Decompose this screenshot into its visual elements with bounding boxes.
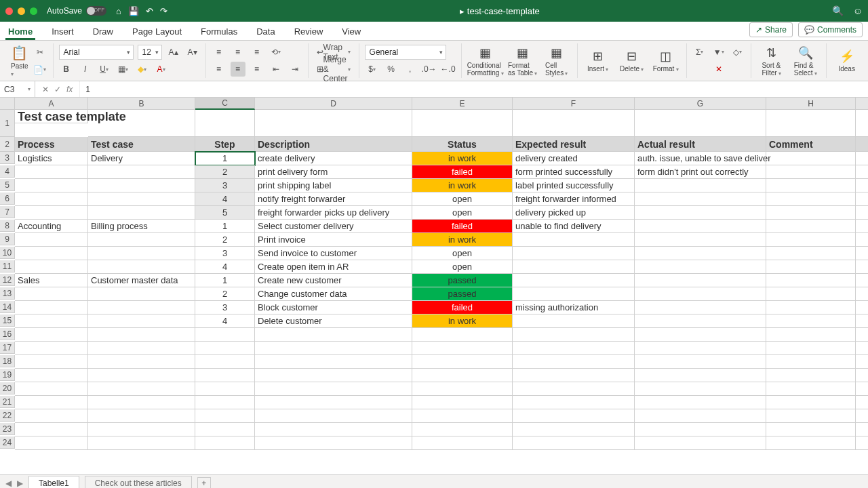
cell[interactable]: failed [412, 220, 513, 233]
cell[interactable] [766, 369, 856, 382]
column-header-D[interactable]: D [255, 98, 412, 110]
cell[interactable]: Create new customer [255, 274, 412, 287]
row-header-3[interactable]: 3 [0, 152, 15, 164]
table-header[interactable]: Actual result [635, 137, 766, 152]
cell[interactable] [88, 314, 195, 328]
cell[interactable] [635, 179, 766, 192]
cell[interactable] [513, 423, 635, 436]
align-middle-icon[interactable]: ≡ [231, 45, 245, 60]
cell[interactable]: Customer master data [88, 274, 195, 287]
row-header-18[interactable]: 18 [0, 355, 15, 367]
row-header-6[interactable]: 6 [0, 192, 15, 205]
cell[interactable] [88, 423, 195, 436]
align-right-icon[interactable]: ≡ [250, 62, 264, 77]
cell[interactable] [635, 355, 766, 369]
column-header-H[interactable]: H [766, 98, 856, 110]
cell[interactable] [255, 355, 412, 369]
cell[interactable] [88, 233, 195, 247]
cell[interactable] [766, 328, 856, 342]
row-header-20[interactable]: 20 [0, 382, 15, 394]
cell[interactable] [15, 369, 88, 382]
decrease-font-icon[interactable]: A▾ [185, 45, 200, 60]
column-header-overflow[interactable] [856, 98, 868, 110]
cell[interactable]: 2 [195, 233, 255, 247]
share-button[interactable]: ↗Share [749, 22, 793, 37]
cell[interactable]: 1 [195, 274, 255, 287]
cell[interactable]: missing authorization [513, 301, 635, 314]
cell[interactable] [513, 355, 635, 369]
align-bottom-icon[interactable]: ≡ [250, 45, 264, 60]
autosum-icon[interactable]: Σ [692, 45, 707, 60]
table-header[interactable]: Process [15, 137, 88, 152]
column-header-G[interactable]: G [635, 98, 766, 110]
cell[interactable]: 5 [195, 206, 255, 220]
row-header-9[interactable]: 9 [0, 233, 15, 245]
cell[interactable] [635, 328, 766, 342]
cell[interactable] [15, 247, 88, 260]
cell[interactable] [195, 436, 255, 450]
cell[interactable] [635, 192, 766, 206]
font-family-select[interactable]: Arial [59, 45, 134, 60]
cell[interactable]: auth. issue, unable to save deliver [635, 152, 766, 165]
cell[interactable] [856, 110, 868, 137]
cell[interactable]: create delivery [255, 152, 412, 165]
table-header[interactable]: Status [412, 137, 513, 152]
cell[interactable] [195, 423, 255, 436]
cell[interactable] [195, 110, 255, 137]
cell[interactable]: Change customer data [255, 287, 412, 301]
cell[interactable]: 4 [195, 314, 255, 328]
cell[interactable] [766, 192, 856, 206]
editing-xmark-icon[interactable]: ✕ [711, 62, 726, 77]
row-header-19[interactable]: 19 [0, 369, 15, 381]
cell[interactable] [88, 301, 195, 314]
cell[interactable] [88, 287, 195, 301]
tab-view[interactable]: View [339, 23, 363, 40]
cell[interactable] [856, 342, 868, 355]
font-color-button[interactable]: A [154, 62, 169, 77]
cell[interactable] [513, 409, 635, 423]
cell[interactable] [15, 206, 88, 220]
cell[interactable] [856, 233, 868, 247]
column-header-E[interactable]: E [412, 98, 513, 110]
conditional-formatting-button[interactable]: ▦Conditional Formatting [467, 45, 504, 77]
cell[interactable] [88, 206, 195, 220]
row-header-22[interactable]: 22 [0, 409, 15, 422]
cell[interactable] [88, 369, 195, 382]
account-icon[interactable]: ☺ [853, 5, 863, 16]
cell[interactable] [88, 342, 195, 355]
cell[interactable] [15, 287, 88, 301]
decrease-decimal-icon[interactable]: ←.0 [441, 62, 456, 77]
cell[interactable] [412, 110, 513, 137]
table-header[interactable]: Test case [88, 137, 195, 152]
cell[interactable]: Print invoice [255, 233, 412, 247]
cell[interactable]: Block customer [255, 301, 412, 314]
bold-button[interactable]: B [59, 62, 74, 77]
cell[interactable] [195, 396, 255, 409]
cell[interactable] [635, 314, 766, 328]
row-header-4[interactable]: 4 [0, 165, 15, 178]
column-header-C[interactable]: C [195, 98, 255, 110]
cell[interactable] [856, 409, 868, 423]
cell[interactable] [766, 436, 856, 450]
cell[interactable] [766, 423, 856, 436]
cell[interactable] [195, 382, 255, 396]
cell[interactable] [88, 110, 195, 137]
cell[interactable] [88, 179, 195, 192]
cell[interactable]: form didn't print out correctly [635, 165, 766, 179]
window-maximize-button[interactable] [30, 7, 37, 15]
cell[interactable] [856, 192, 868, 206]
cell[interactable] [255, 110, 412, 137]
cell[interactable] [513, 382, 635, 396]
cell[interactable] [15, 409, 88, 423]
font-size-select[interactable]: 12 [138, 45, 162, 60]
cell[interactable] [766, 274, 856, 287]
cell[interactable] [635, 409, 766, 423]
italic-button[interactable]: I [78, 62, 93, 77]
cell[interactable] [88, 165, 195, 179]
row-header-5[interactable]: 5 [0, 179, 15, 191]
column-header-A[interactable]: A [15, 98, 88, 110]
format-cells-button[interactable]: ◫Format [651, 49, 681, 73]
cell[interactable] [766, 287, 856, 301]
save-icon[interactable]: 💾 [128, 6, 139, 16]
cell[interactable] [412, 396, 513, 409]
